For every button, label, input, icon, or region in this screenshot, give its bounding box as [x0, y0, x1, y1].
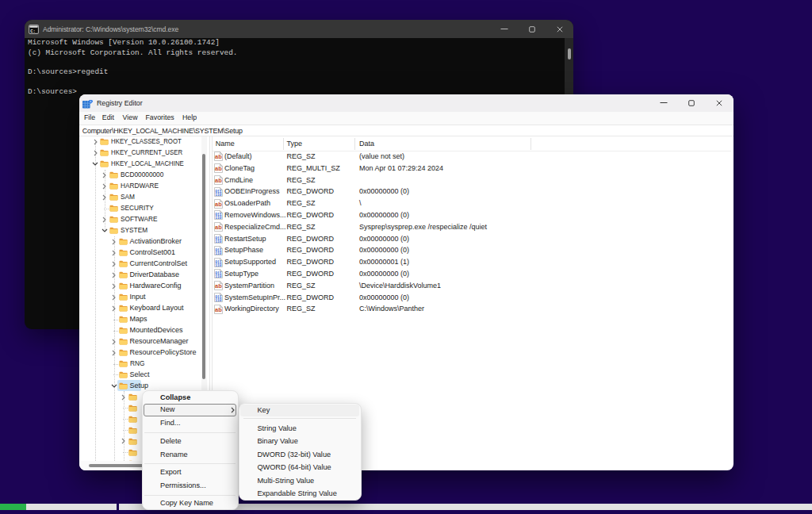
svg-text:ab: ab [215, 224, 222, 231]
svg-text:110: 110 [215, 274, 222, 278]
svg-text:110: 110 [215, 240, 222, 244]
svg-text:110: 110 [215, 251, 222, 255]
svg-text:ab: ab [215, 154, 222, 161]
svg-text:110: 110 [215, 263, 222, 267]
svg-text:110: 110 [215, 216, 222, 220]
svg-text:ab: ab [215, 165, 222, 172]
svg-text:ab: ab [215, 282, 222, 290]
svg-text:C:: C: [30, 28, 36, 33]
svg-text:ab: ab [215, 177, 222, 184]
svg-text:ab: ab [215, 306, 222, 313]
svg-text:110: 110 [215, 298, 222, 302]
svg-text:ab: ab [215, 201, 222, 208]
svg-text:110: 110 [215, 193, 222, 197]
